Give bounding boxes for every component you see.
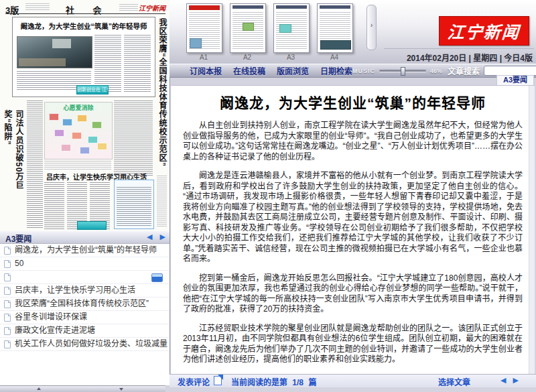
- page-thumbnail-a3[interactable]: [273, 3, 310, 53]
- document-icon: [4, 300, 11, 308]
- paper-lead-article[interactable]: 阚逸龙，为大学生创业“筑巢”的年轻导师 创新创业在 江宁: [12, 17, 155, 97]
- list-item[interactable]: 机关工作人员如何做好垃圾分类、垃圾减量: [0, 338, 170, 351]
- horizontal-scrollbar[interactable]: [0, 385, 165, 392]
- site-logo-text: 江宁新闻: [447, 19, 521, 43]
- search-label: 文章搜索: [448, 65, 480, 76]
- article-link: 谷里冬训增设环保课: [15, 312, 87, 322]
- paper-page-number: 3版: [5, 3, 19, 16]
- article-link: 吕庆丰，让学生快乐学习用心生活: [15, 285, 135, 295]
- article-link: 我区荣膺“全国科技体育传统校示范区”: [15, 299, 149, 308]
- volume-slider[interactable]: [379, 70, 426, 72]
- paper-column-badge: 创新创业在 江宁: [76, 85, 109, 94]
- paper-text-column: [114, 101, 153, 176]
- epaper-reader-window: 3版 社 会 江宁新闻 阚逸龙，为大学生创业“筑巢”的年轻导师 创新创业在 江宁…: [0, 0, 536, 392]
- paper-editor-info: [25, 3, 50, 11]
- article-link: 50: [15, 259, 23, 268]
- post-comment-link[interactable]: 发表评论: [178, 376, 210, 387]
- thumbnail-label: A2: [230, 54, 265, 61]
- paper-vertical-headline-right[interactable]: 我区荣膺“全国科技体育传统校示范区”: [155, 18, 168, 171]
- document-icon: [4, 314, 11, 322]
- volume-slider-handle[interactable]: [401, 67, 405, 76]
- reading-progress: 当前阅读的是第 1/8 篇: [231, 376, 316, 387]
- paper-lead-photo: [17, 36, 92, 68]
- list-item[interactable]: 我区荣膺“全国科技体育传统校示范区”: [0, 298, 170, 311]
- article-link: 廉政文化宣传走进泥塘: [15, 326, 95, 335]
- nav-subscribe[interactable]: 订阅本报: [190, 65, 222, 76]
- image-icon: [151, 273, 163, 282]
- article-reading-panel: 阚逸龙，为大学生创业“筑巢”的年轻导师 从自主创业到扶持别人创业，南京工程学院在…: [171, 85, 535, 375]
- document-icon: [4, 327, 11, 335]
- paper-text-column: [94, 35, 121, 92]
- list-item[interactable]: 吕庆丰，让学生快乐学习用心生活: [0, 284, 170, 298]
- nav-page-browse[interactable]: 版面浏览: [277, 65, 309, 76]
- page-thumbnail-a1[interactable]: [186, 3, 222, 53]
- paper-text-column: [157, 176, 167, 228]
- main-toolbar: 订阅本报 在线投稿 版面浏览 日期检索 MUSIC 46% 文章搜索 GO: [170, 64, 536, 78]
- document-icon: [4, 273, 11, 281]
- scroll-down-icon: [119, 388, 123, 391]
- paper-date-info: [119, 4, 138, 11]
- paper-lead-headline: 阚逸龙，为大学生创业“筑巢”的年轻导师: [15, 21, 153, 31]
- list-section-label: A3要闻: [5, 233, 31, 244]
- comment-icon[interactable]: [214, 376, 222, 385]
- reading-page-info: 1/8: [292, 378, 304, 387]
- scroll-up-icon: [37, 387, 41, 390]
- article-list-header: A3要闻 ◀ ▶: [0, 231, 170, 244]
- nav-submit[interactable]: 在线投稿: [233, 65, 265, 76]
- paper-photo-caption: [44, 161, 111, 170]
- reading-pieces-label: 篇: [308, 378, 316, 387]
- thumbnail-label: A1: [186, 54, 221, 61]
- list-item[interactable]: 50: [0, 257, 170, 271]
- list-item[interactable]: 谷里冬训增设环保课: [0, 311, 170, 324]
- paper-text-column: [27, 101, 43, 229]
- reading-progress-label: 当前阅读的是第: [231, 378, 287, 387]
- paper-sidebar-box: [114, 180, 154, 229]
- chevron-right-icon: ›: [367, 21, 376, 29]
- paper-header-rule: [5, 13, 165, 14]
- select-article-label[interactable]: 选择文章: [438, 376, 470, 387]
- prev-section-icon[interactable]: ◀: [147, 233, 152, 241]
- next-article-icon[interactable]: ▶: [513, 376, 519, 384]
- thumbnail-label: A4: [317, 54, 352, 61]
- paper-text-column: [124, 35, 151, 92]
- document-icon: [4, 260, 11, 268]
- paper-collage-photo: 心愿爱消除: [44, 102, 113, 159]
- list-item[interactable]: 廉政文化宣传走进泥塘: [0, 324, 170, 338]
- page-thumbnail-a2[interactable]: [230, 3, 266, 53]
- thumbnail-pager-slider[interactable]: ›: [366, 5, 377, 50]
- date-divider: [384, 48, 534, 49]
- page-thumbnail-a4[interactable]: [317, 3, 353, 53]
- issue-date: 2014年02月20日 | 星期四 | 今日4版: [407, 52, 533, 63]
- article-paragraph: 阚逸龙是连云港赣榆县人，家境并不富裕的他从小就有一个创业梦。到南京工程学院读大学…: [183, 171, 523, 265]
- document-icon: [4, 340, 11, 348]
- music-label: MUSIC: [352, 68, 375, 74]
- article-body: 从自主创业到扶持别人创业，南京工程学院在读大学生阚逸龙虽然年纪不大，但经常为他人…: [171, 121, 535, 375]
- nav-date-search[interactable]: 日期检索: [320, 65, 352, 76]
- paper-text-column: [44, 182, 64, 229]
- document-icon: [4, 287, 11, 295]
- article-paragraph: 江苏经贸职业技术学院的聚星创业团队就是阚逸龙帮助创业的团队之一。该团队正式创立于…: [183, 324, 523, 365]
- article-list-panel: A3要闻 ◀ ▶ 阚逸龙，为大学生创业“筑巢”的年轻导师 50 吕庆丰，让学生快…: [0, 231, 170, 385]
- list-item[interactable]: 阚逸龙，为大学生创业“筑巢”的年轻导师: [0, 244, 170, 257]
- next-section-icon[interactable]: ▶: [160, 233, 165, 241]
- paper-header: 3版 社 会 江宁新闻: [5, 3, 165, 13]
- site-logo[interactable]: 江宁新闻: [439, 16, 529, 46]
- search-input[interactable]: [484, 66, 536, 76]
- paper-masthead: 江宁新闻: [139, 3, 165, 13]
- article-scrollbar[interactable]: [529, 86, 535, 375]
- thumbnail-label: A3: [273, 54, 308, 61]
- document-icon: [4, 247, 11, 255]
- current-section-tab[interactable]: A3要闻: [496, 75, 534, 86]
- paper-vertical-headline-left[interactable]: 司法人员识破50万巨奖“陷阱”: [5, 110, 25, 196]
- article-paragraph: 挖到第一桶金后，阚逸龙开始反思怎么回报社会。“江宁大学城建立了180创意园，高校…: [183, 273, 523, 315]
- article-title: 阚逸龙，为大学生创业“筑巢”的年轻导师: [180, 92, 525, 112]
- prev-article-icon[interactable]: ◀: [500, 376, 506, 384]
- article-link: 阚逸龙，为大学生创业“筑巢”的年轻导师: [15, 245, 157, 255]
- article-pager: ◀ ▶: [496, 376, 519, 385]
- volume-percent: 46%: [430, 68, 442, 74]
- list-item[interactable]: [0, 271, 170, 284]
- paper-column-badge: [77, 221, 107, 230]
- newspaper-page-preview[interactable]: 3版 社 会 江宁新闻 阚逸龙，为大学生创业“筑巢”的年轻导师 创新创业在 江宁…: [0, 0, 170, 231]
- paper-section-title: 社 会: [66, 3, 110, 16]
- page-thumbnails-strip: A1 A2 A3 A4 › 江宁新闻 2014年02月20日 | 星期四 | 今…: [170, 0, 536, 64]
